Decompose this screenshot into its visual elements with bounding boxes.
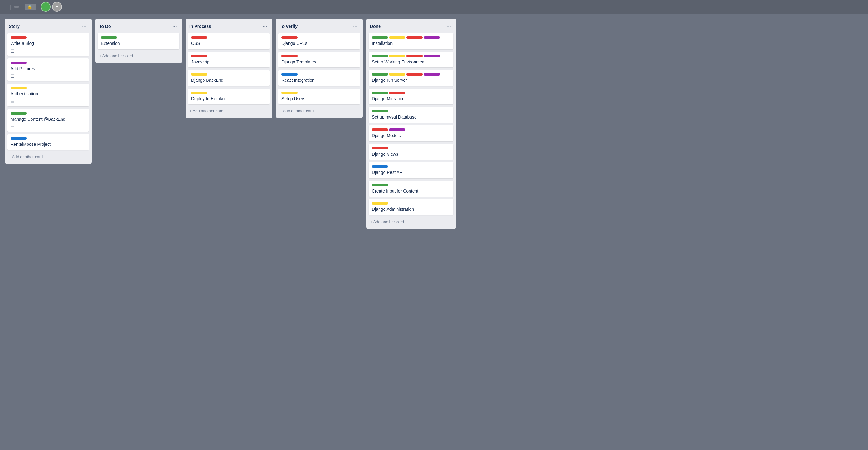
add-card-done[interactable]: + Add another card bbox=[369, 217, 454, 226]
card-manage-content[interactable]: Manage Content @BackEnd☰ bbox=[7, 109, 89, 132]
add-card-to-verify[interactable]: + Add another card bbox=[278, 107, 360, 115]
card-tags-rentalmoose bbox=[10, 137, 86, 140]
personal-badge[interactable] bbox=[14, 6, 19, 8]
card-react-integration[interactable]: React Integration bbox=[278, 70, 360, 86]
column-menu-todo[interactable]: ··· bbox=[171, 22, 178, 30]
card-title-setup-working-env: Setup Working Environment bbox=[372, 59, 451, 65]
private-badge[interactable]: 🔒 bbox=[25, 4, 36, 10]
add-card-todo[interactable]: + Add another card bbox=[98, 52, 179, 60]
card-tags-add-pictures bbox=[10, 62, 86, 64]
add-card-in-process[interactable]: + Add another card bbox=[188, 107, 270, 115]
card-django-run-server[interactable]: Django run Server bbox=[369, 70, 454, 86]
header: | | 🔒 + bbox=[0, 0, 868, 13]
tag-write-a-blog-0 bbox=[10, 36, 27, 39]
column-done: Done···InstallationSetup Working Environ… bbox=[366, 19, 456, 229]
card-title-setup-users: Setup Users bbox=[281, 96, 357, 102]
avatar-nh[interactable] bbox=[41, 2, 51, 12]
column-menu-to-verify[interactable]: ··· bbox=[352, 22, 359, 30]
card-django-rest-api[interactable]: Django Rest API bbox=[369, 162, 454, 178]
tag-deploy-heroku-0 bbox=[191, 92, 207, 94]
card-django-admin[interactable]: Django Administration bbox=[369, 199, 454, 215]
card-tags-setup-mysql bbox=[372, 110, 451, 112]
card-setup-users[interactable]: Setup Users bbox=[278, 89, 360, 104]
column-header-todo: To Do··· bbox=[98, 22, 179, 31]
header-divider2: | bbox=[21, 4, 23, 10]
tag-setup-working-env-3 bbox=[424, 55, 440, 57]
card-extension[interactable]: Extension bbox=[98, 33, 179, 49]
card-title-django-run-server: Django run Server bbox=[372, 78, 451, 84]
lines-icon: ☰ bbox=[10, 124, 14, 129]
card-write-a-blog[interactable]: Write a Blog☰ bbox=[7, 33, 89, 56]
card-authentication[interactable]: Authentication☰ bbox=[7, 84, 89, 107]
card-title-django-rest-api: Django Rest API bbox=[372, 170, 451, 176]
card-css[interactable]: CSS bbox=[188, 33, 270, 49]
column-title-in-process: In Process bbox=[189, 24, 211, 29]
card-title-installation: Installation bbox=[372, 40, 451, 47]
card-title-extension: Extension bbox=[101, 40, 176, 47]
column-menu-done[interactable]: ··· bbox=[445, 22, 452, 30]
column-menu-story[interactable]: ··· bbox=[81, 22, 88, 30]
card-django-models[interactable]: Django Models bbox=[369, 125, 454, 142]
tag-manage-content-0 bbox=[10, 112, 27, 115]
column-title-to-verify: To Verify bbox=[280, 24, 298, 29]
card-django-templates[interactable]: Django Templates bbox=[278, 52, 360, 68]
card-setup-mysql[interactable]: Set up mysql Database bbox=[369, 107, 454, 123]
card-title-manage-content: Manage Content @BackEnd bbox=[10, 116, 86, 123]
card-title-setup-mysql: Set up mysql Database bbox=[372, 114, 451, 120]
tag-setup-working-env-2 bbox=[406, 55, 423, 57]
card-tags-setup-working-env bbox=[372, 55, 451, 57]
card-title-django-migration: Django Migration bbox=[372, 96, 451, 102]
column-header-in-process: In Process··· bbox=[188, 22, 270, 31]
card-tags-django-run-server bbox=[372, 73, 451, 76]
card-title-django-templates: Django Templates bbox=[281, 59, 357, 65]
card-tags-write-a-blog bbox=[10, 36, 86, 39]
card-tags-installation bbox=[372, 36, 451, 39]
card-title-add-pictures: Add Pictures bbox=[10, 66, 86, 72]
lines-icon: ☰ bbox=[10, 74, 14, 79]
tag-react-integration-0 bbox=[281, 73, 298, 76]
tag-setup-mysql-0 bbox=[372, 110, 388, 112]
card-title-django-backend: Django BackEnd bbox=[191, 78, 267, 84]
tag-javascript-0 bbox=[191, 55, 207, 57]
card-tags-django-admin bbox=[372, 202, 451, 205]
column-header-story: Story··· bbox=[7, 22, 89, 31]
card-django-backend[interactable]: Django BackEnd bbox=[188, 70, 270, 86]
card-django-migration[interactable]: Django Migration bbox=[369, 89, 454, 104]
tag-css-0 bbox=[191, 36, 207, 39]
column-to-verify: To Verify···Django URLsDjango TemplatesR… bbox=[276, 19, 363, 118]
tag-django-migration-0 bbox=[372, 92, 388, 94]
add-card-story[interactable]: + Add another card bbox=[7, 153, 89, 161]
card-tags-javascript bbox=[191, 55, 267, 57]
card-create-input[interactable]: Create Input for Content bbox=[369, 181, 454, 197]
card-installation[interactable]: Installation bbox=[369, 33, 454, 49]
tag-setup-working-env-0 bbox=[372, 55, 388, 57]
card-deploy-heroku[interactable]: Deploy to Heroku bbox=[188, 89, 270, 104]
card-tags-css bbox=[191, 36, 267, 39]
card-django-urls[interactable]: Django URLs bbox=[278, 33, 360, 49]
card-rentalmoose[interactable]: RentalMoose Project bbox=[7, 134, 89, 150]
tag-django-models-1 bbox=[389, 128, 405, 131]
column-header-done: Done··· bbox=[369, 22, 454, 31]
tag-django-rest-api-0 bbox=[372, 165, 388, 168]
card-setup-working-env[interactable]: Setup Working Environment bbox=[369, 52, 454, 68]
avatar-group: + bbox=[41, 2, 62, 12]
lock-icon: 🔒 bbox=[28, 5, 32, 9]
card-tags-django-rest-api bbox=[372, 165, 451, 168]
card-footer-authentication: ☰ bbox=[10, 99, 86, 104]
card-django-views[interactable]: Django Views bbox=[369, 144, 454, 160]
tag-django-admin-0 bbox=[372, 202, 388, 205]
card-javascript[interactable]: Javascript bbox=[188, 52, 270, 68]
column-menu-in-process[interactable]: ··· bbox=[261, 22, 269, 30]
column-title-done: Done bbox=[370, 24, 381, 29]
card-tags-django-templates bbox=[281, 55, 357, 57]
tag-installation-1 bbox=[389, 36, 405, 39]
board: Story···Write a Blog☰Add Pictures☰Authen… bbox=[0, 13, 868, 234]
card-title-write-a-blog: Write a Blog bbox=[10, 40, 86, 47]
card-add-pictures[interactable]: Add Pictures☰ bbox=[7, 59, 89, 81]
column-title-todo: To Do bbox=[99, 24, 111, 29]
lines-icon: ☰ bbox=[10, 99, 14, 104]
tag-installation-0 bbox=[372, 36, 388, 39]
avatar-add[interactable]: + bbox=[52, 2, 62, 12]
tag-create-input-0 bbox=[372, 184, 388, 186]
card-tags-django-urls bbox=[281, 36, 357, 39]
